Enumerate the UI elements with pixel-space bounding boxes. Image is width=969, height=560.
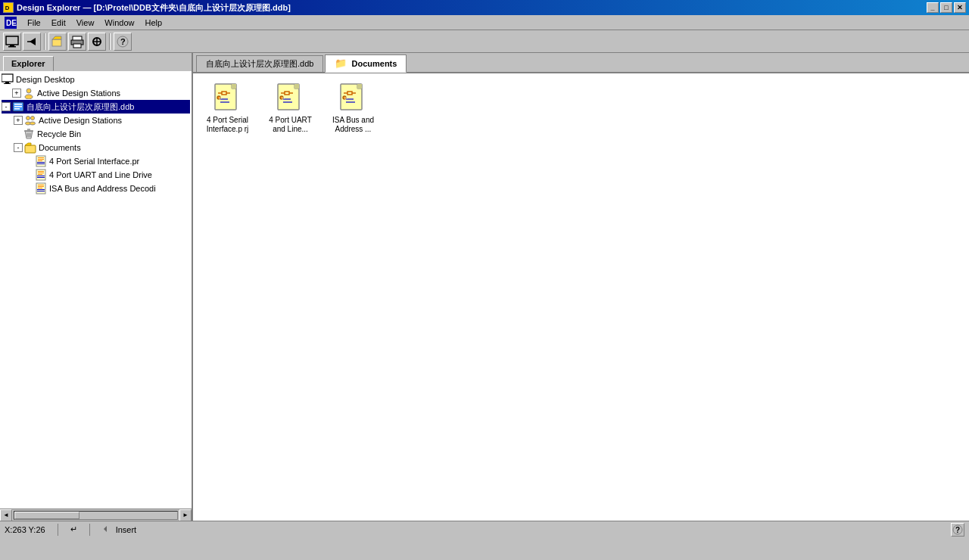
tree-node-file-3[interactable]: ISA Bus and Address Decodi	[26, 182, 190, 195]
tree-label-file-1: 4 Port Serial Interface.pr	[49, 155, 139, 167]
svg-marker-38	[25, 143, 31, 145]
tree-label-file-3: ISA Bus and Address Decodi	[49, 182, 156, 194]
svg-rect-55	[37, 189, 45, 190]
svg-rect-53	[38, 186, 44, 187]
scroll-right-button[interactable]: ►	[179, 509, 192, 521]
status-insert: Insert	[102, 524, 137, 536]
tree-node-file-1[interactable]: 4 Port Serial Interface.pr	[26, 154, 190, 168]
documents-folder-icon	[24, 142, 36, 154]
minimize-button[interactable]: _	[927, 2, 939, 13]
menu-help[interactable]: Help	[140, 17, 167, 29]
restore-button[interactable]: □	[940, 2, 952, 13]
tree-label-design-team: Active Design Stations	[39, 114, 122, 126]
title-bar-left: D Design Explorer — [D:\Protel\DDB文件夹\自底…	[3, 2, 291, 14]
close-button[interactable]: ✕	[954, 2, 966, 13]
window-title: Design Explorer — [D:\Protel\DDB文件夹\自底向上…	[17, 2, 291, 14]
recycle-bin-icon	[23, 128, 35, 140]
svg-rect-41	[38, 159, 44, 160]
status-right: ?	[951, 523, 964, 537]
app-icon: D	[3, 2, 14, 13]
svg-rect-20	[5, 82, 9, 83]
toggle-design-team[interactable]: +	[14, 116, 23, 125]
svg-text:?: ?	[120, 37, 126, 46]
app-menu-icon: DE	[3, 16, 18, 30]
file-item-2[interactable]: IC 4 Port UART and Line...	[262, 79, 319, 137]
scrollbar-track[interactable]	[14, 511, 178, 520]
tree-node-documents[interactable]: - Documents	[14, 141, 190, 154]
svg-rect-79	[357, 84, 362, 89]
tree-label-design-desktop: Design Desktop	[16, 73, 75, 86]
toggle-documents[interactable]: -	[14, 143, 23, 152]
tree-node-recycle-bin[interactable]: Recycle Bin	[14, 127, 190, 141]
toolbar-print-button[interactable]	[68, 33, 86, 51]
svg-rect-47	[38, 173, 44, 173]
svg-text:?: ?	[955, 526, 960, 534]
tree-node-design-team[interactable]: + Active Design Stations	[14, 114, 190, 127]
scroll-left-button[interactable]: ◄	[0, 509, 12, 521]
toggle-ddb[interactable]: -	[2, 102, 11, 111]
tree-label-recycle-bin: Recycle Bin	[37, 128, 81, 140]
tree-node-file-2[interactable]: 4 Port UART and Line Drive	[26, 168, 190, 182]
folder-icon: 📁	[335, 58, 347, 69]
svg-rect-19	[2, 74, 13, 82]
file-label-3: ISA Bus and Address ...	[328, 116, 379, 134]
tab-documents[interactable]: 📁 Documents	[325, 54, 407, 73]
toggle-active-stations[interactable]: +	[12, 89, 21, 98]
file-label-2: 4 Port UART and Line...	[265, 116, 316, 134]
explorer-tab[interactable]: Explorer	[3, 56, 54, 71]
toolbar-help-button[interactable]: ?	[114, 33, 132, 51]
status-bar: X:263 Y:26 ↵ Insert ?	[0, 521, 969, 537]
svg-rect-26	[14, 106, 22, 107]
right-tab-bar: 自底向上设计层次原理图.ddb 📁 Documents	[193, 53, 969, 73]
explorer-scrollbar[interactable]: ◄ ►	[0, 509, 192, 521]
svg-rect-37	[25, 145, 36, 153]
svg-point-28	[26, 117, 30, 120]
svg-text:IC: IC	[219, 96, 222, 100]
tree-node-active-stations[interactable]: + Active Design Stations	[12, 86, 190, 100]
svg-rect-54	[38, 188, 42, 188]
svg-text:D: D	[5, 5, 10, 11]
menu-bar: DE File Edit View Window Help	[0, 15, 969, 30]
status-divider-1	[58, 524, 58, 536]
explorer-tree: Design Desktop + Active Design Stations	[0, 71, 192, 509]
svg-rect-46	[38, 171, 44, 172]
schematic-file-icon-2	[35, 169, 47, 181]
schematic-file-icon-1	[35, 155, 47, 167]
svg-marker-10	[52, 36, 61, 39]
svg-rect-48	[38, 174, 42, 175]
explorer-panel: Explorer Design Desktop +	[0, 53, 193, 521]
status-divider-2	[89, 524, 90, 536]
svg-rect-6	[8, 46, 16, 48]
design-team-icon	[24, 114, 36, 126]
ddb-icon	[12, 101, 24, 113]
schematic-file-icon-3	[35, 182, 47, 194]
tab-ddb-path[interactable]: 自底向上设计层次原理图.ddb	[196, 55, 323, 72]
menu-file[interactable]: File	[23, 17, 45, 29]
file-item-1[interactable]: IC 4 Port Serial Interface.p rj	[199, 79, 256, 137]
svg-rect-4	[6, 36, 18, 45]
svg-rect-21	[4, 83, 11, 84]
file-item-3[interactable]: IC ISA Bus and Address ...	[325, 79, 382, 137]
right-content-area: IC 4 Port Serial Interface.p rj	[193, 73, 969, 521]
title-bar-controls[interactable]: _ □ ✕	[927, 2, 966, 13]
svg-point-23	[25, 95, 33, 99]
svg-rect-50	[37, 177, 45, 178]
svg-rect-69	[294, 84, 299, 89]
svg-rect-59	[232, 84, 236, 89]
documents-children: 4 Port Serial Interface.pr	[14, 154, 190, 195]
status-help-button[interactable]: ?	[951, 523, 964, 537]
toolbar-back-button[interactable]	[23, 33, 41, 51]
tree-node-ddb[interactable]: - 自底向上设计层次原理图.ddb	[2, 100, 190, 114]
toolbar-separator-1	[44, 33, 45, 50]
toolbar-separator-2	[109, 33, 111, 50]
tree-node-design-desktop[interactable]: Design Desktop	[2, 73, 190, 86]
toolbar-desktop-button[interactable]	[3, 33, 21, 51]
file-label-1: 4 Port Serial Interface.p rj	[202, 116, 253, 134]
menu-window[interactable]: Window	[100, 17, 139, 29]
toolbar-tools-button[interactable]	[88, 33, 106, 51]
menu-view[interactable]: View	[72, 17, 99, 29]
menu-edit[interactable]: Edit	[47, 17, 70, 29]
toolbar-open-button[interactable]	[48, 33, 67, 51]
svg-text:IC: IC	[282, 96, 285, 100]
svg-text:DE: DE	[6, 19, 17, 27]
